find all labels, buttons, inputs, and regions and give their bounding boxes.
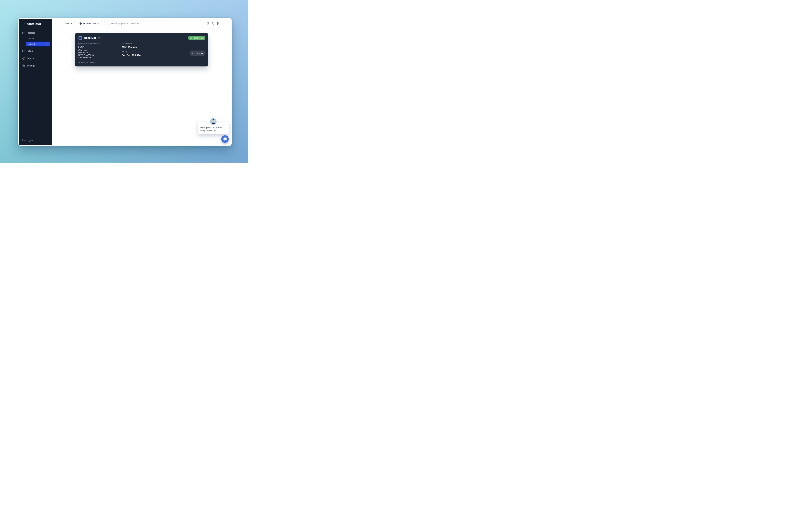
- expiry-heading: Expiry: [121, 51, 190, 53]
- specs-heading: Specs & Extra Features: [78, 42, 121, 45]
- plan-price: $13.19/month: [121, 46, 190, 49]
- bell-icon[interactable]: [206, 22, 209, 25]
- sidebar: eastcloud Projects: [19, 19, 52, 145]
- chevron-up-icon[interactable]: [47, 32, 49, 34]
- desktop-background: eastcloud Projects: [0, 0, 248, 163]
- close-icon[interactable]: [225, 124, 227, 126]
- sidebar-item-label: Projects: [27, 32, 35, 34]
- sidebar-item-projects[interactable]: Projects: [21, 30, 50, 36]
- spec-item: Control Panel: [78, 56, 121, 59]
- sidebar-project-default[interactable]: Default: [26, 36, 50, 41]
- brand-name: eastcloud: [26, 22, 41, 26]
- status-badge: Powered On: [188, 36, 205, 40]
- server-icon: [78, 36, 82, 40]
- topbar-icons: [206, 22, 219, 25]
- user-icon[interactable]: [211, 22, 214, 25]
- chat-bubble-icon: [223, 137, 227, 141]
- expand-options-toggle[interactable]: Expand Options: [78, 61, 121, 64]
- power-icon: [190, 37, 192, 39]
- life-buoy-icon: [22, 57, 25, 60]
- actions-column: Renew: [190, 42, 205, 64]
- search-bar[interactable]: [104, 21, 202, 26]
- refresh-icon: [192, 52, 194, 54]
- service-title: Neko Bot: [84, 36, 96, 39]
- sidebar-footer: Logout: [19, 137, 52, 145]
- folder-icon: [22, 32, 25, 34]
- expiry-date: Sun Sep 29 2024: [121, 54, 190, 56]
- projects-children: Default Untitled: [21, 36, 50, 46]
- spec-item: 32TB BandWidth: [78, 54, 121, 57]
- support-agent-avatar: [210, 118, 216, 125]
- spec-item: 800GB SSD: [78, 51, 121, 54]
- chat-message: Have questions? We are ready to assist y…: [201, 126, 227, 132]
- globe-icon: [79, 22, 82, 25]
- sidebar-project-untitled[interactable]: Untitled: [26, 42, 50, 46]
- topbar: New: [52, 19, 231, 28]
- chevron-down-icon: [78, 61, 80, 63]
- logout-icon: [22, 139, 25, 141]
- logout-button[interactable]: Logout: [22, 139, 49, 141]
- plan-column: Plan Details $13.19/month Expiry Sun Sep…: [121, 42, 190, 64]
- brand-logo: eastcloud: [19, 19, 52, 28]
- pencil-icon[interactable]: [46, 43, 48, 45]
- renew-button[interactable]: Renew: [190, 51, 205, 56]
- plan-heading: Plan Details: [121, 42, 190, 45]
- gear-icon: [22, 64, 25, 67]
- sidebar-item-settings[interactable]: Settings: [21, 63, 50, 69]
- get-new-domain-button[interactable]: Get new Domain: [77, 21, 102, 26]
- spec-item: 3GB RAM: [78, 49, 121, 51]
- chat-launcher-button[interactable]: [221, 135, 229, 143]
- sidebar-item-support[interactable]: Support: [21, 56, 50, 61]
- search-icon: [106, 22, 109, 25]
- settings-icon[interactable]: [216, 22, 219, 25]
- credit-card-icon: [22, 50, 25, 53]
- spec-item: 2 vCPU: [78, 46, 121, 49]
- edit-icon[interactable]: [98, 37, 100, 39]
- service-card: Neko Bot: [75, 33, 208, 66]
- cloud-icon: [22, 22, 25, 26]
- new-button[interactable]: New: [63, 21, 75, 26]
- sidebar-nav: Projects Default Untitle: [19, 28, 52, 137]
- specs-list: 2 vCPU 3GB RAM 800GB SSD 32TB BandWidth …: [78, 46, 121, 59]
- sidebar-item-billing[interactable]: Billing: [21, 48, 50, 54]
- search-input[interactable]: [110, 22, 200, 25]
- specs-column: Specs & Extra Features 2 vCPU 3GB RAM 80…: [78, 42, 121, 64]
- chevron-down-icon: [71, 22, 73, 24]
